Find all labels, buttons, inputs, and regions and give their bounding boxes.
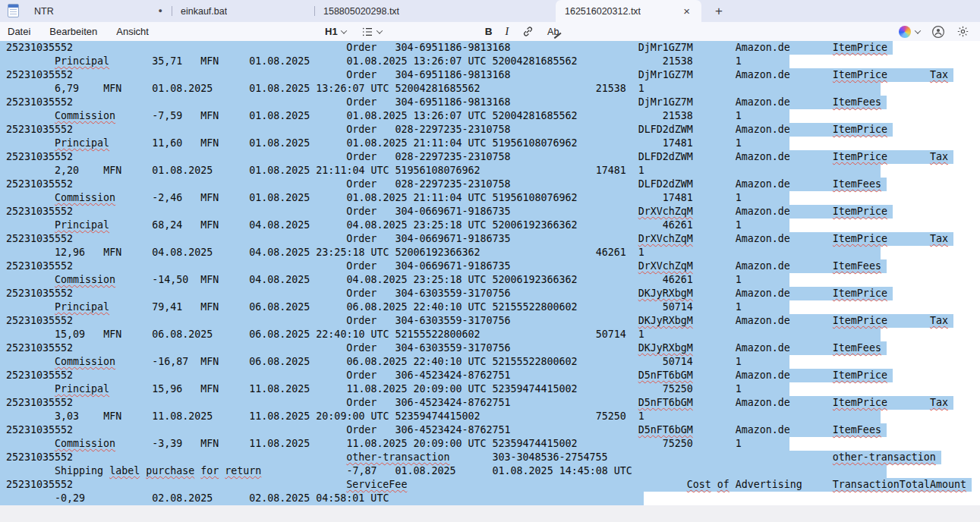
editor-field: 25231035552	[6, 451, 73, 463]
editor-field: 11.08.2025 20:09:00 UTC 52359474415002	[346, 383, 577, 395]
editor-field: ItemFees	[833, 260, 881, 272]
tab-ntr[interactable]: NTR ●	[25, 0, 172, 22]
editor-field: 15,09	[55, 329, 85, 340]
editor-field: MFN	[103, 410, 121, 422]
editor-field: 304-0669671-9186735	[395, 206, 510, 217]
editor-field: MFN	[103, 329, 121, 340]
editor-field: Principal	[55, 219, 109, 231]
heading-style-dropdown[interactable]: H1	[325, 26, 346, 37]
editor-area[interactable]: 25231035552 Order 304-6951186-9813168 Dj…	[0, 41, 980, 505]
tab-label: 158805020298.txt	[323, 6, 399, 17]
editor-field: 25231035552	[6, 178, 73, 190]
editor-line: 25231035552 Order 304-6303559-3170756 DK…	[0, 314, 980, 328]
editor-field: Amazon.de	[736, 178, 790, 190]
editor-field: MFN	[103, 165, 121, 176]
editor-field: return	[225, 465, 261, 476]
menu-datei[interactable]: Datei	[8, 26, 30, 37]
chevron-down-icon	[915, 27, 921, 33]
editor-field: Order	[346, 124, 377, 135]
editor-field: ServiceFee	[346, 479, 407, 490]
chevron-down-icon	[340, 27, 346, 33]
editor-field: -16,87	[152, 356, 188, 367]
editor-field: DLFD2dZWM	[638, 178, 693, 190]
editor-field: 17481	[663, 137, 693, 149]
editor-line: Principal 35,71 MFN 01.08.2025 01.08.202…	[0, 55, 980, 68]
editor-field: 304-6951186-9813168	[395, 42, 510, 53]
tab-162516020312-txt-active[interactable]: 162516020312.txt ×	[556, 0, 701, 22]
tab-158805020298-txt[interactable]: 158805020298.txt	[314, 0, 556, 22]
editor-field: 304-6951186-9813168	[395, 69, 510, 80]
editor-line: 25231035552 Order 028-2297235-2310758 DL…	[0, 150, 980, 164]
editor-field: 1	[736, 192, 742, 203]
menu-toolbar: Datei Bearbeiten Ansicht H1 B I	[0, 22, 980, 41]
menu-bearbeiten[interactable]: Bearbeiten	[49, 26, 97, 37]
editor-field: MFN	[200, 438, 219, 449]
editor-field: 01.08.2025 21:11:04 UTC 51956108076962	[249, 165, 480, 176]
editor-field: 15,96	[152, 383, 182, 395]
editor-line: 25231035552 Order 028-2297235-2310758 DL…	[0, 178, 980, 191]
editor-field: Amazon.de	[736, 69, 790, 80]
list-dropdown[interactable]	[361, 26, 382, 38]
editor-line: 25231035552 Order 304-6951186-9813168 Dj…	[0, 68, 980, 82]
editor-field: 1	[736, 356, 742, 367]
editor-line: 25231035552 Order 304-6951186-9813168 Dj…	[0, 96, 980, 109]
editor-field: 1	[638, 83, 644, 94]
editor-field: 25231035552	[6, 206, 73, 217]
editor-field: Order	[346, 42, 377, 53]
editor-field: 01.08.2025	[152, 83, 213, 94]
editor-line: 25231035552 other-transaction 303-304853…	[0, 451, 980, 464]
editor-field: 25231035552	[6, 369, 73, 381]
editor-field: 1	[736, 383, 742, 395]
editor-field: 25231035552	[6, 96, 73, 108]
clear-formatting-button[interactable]: Ab	[547, 27, 559, 37]
editor-field: -14,50	[152, 274, 188, 285]
editor-field: MFN	[103, 247, 121, 258]
tab-einkauf-bat[interactable]: einkauf.bat	[172, 0, 314, 22]
editor-field: MFN	[200, 274, 219, 285]
link-button[interactable]	[522, 25, 534, 38]
editor-field: D5nFT6bGM	[638, 397, 693, 408]
editor-field: -0,29	[55, 492, 85, 504]
editor-field: 11.08.2025 20:09:00 UTC 52359474415002	[346, 438, 577, 449]
close-tab-icon[interactable]: ×	[681, 5, 692, 17]
settings-button[interactable]	[956, 25, 969, 38]
editor-field: Order	[346, 69, 377, 80]
editor-field: Principal	[55, 383, 109, 395]
editor-field: 1	[736, 137, 742, 149]
editor-field: Tax	[930, 151, 948, 162]
new-tab-button[interactable]: +	[709, 2, 729, 21]
bold-button[interactable]: B	[485, 26, 493, 37]
editor-field: DrXVchZqM	[638, 233, 693, 244]
editor-field: Amazon.de	[736, 288, 790, 299]
editor-field: DKJyRXbgM	[638, 342, 693, 354]
editor-field: 1	[638, 247, 644, 258]
editor-field: 25231035552	[6, 42, 73, 53]
menu-ansicht[interactable]: Ansicht	[116, 26, 149, 37]
editor-line: 3,03 MFN 11.08.2025 11.08.2025 20:09:00 …	[0, 410, 980, 423]
copilot-dropdown[interactable]	[899, 26, 920, 38]
editor-field: DrXVchZqM	[638, 206, 693, 217]
editor-field: 25231035552	[6, 288, 73, 299]
editor-field: 01.08.2025	[249, 110, 310, 121]
editor-field: 25231035552	[6, 260, 73, 272]
italic-button[interactable]: I	[505, 26, 509, 38]
editor-field: Commission	[55, 274, 115, 285]
editor-field: ItemPrice	[833, 233, 887, 244]
editor-line: -0,29 02.08.2025 02.08.2025 04:58:01 UTC	[0, 492, 980, 505]
editor-field: Amazon.de	[736, 233, 790, 244]
editor-line: 12,96 MFN 04.08.2025 04.08.2025 23:25:18…	[0, 246, 980, 259]
editor-field: 21538	[596, 83, 626, 94]
editor-field: 01.08.2025 14:45:08 UTC	[493, 465, 632, 476]
editor-line: Commission -3,39 MFN 11.08.2025 11.08.20…	[0, 437, 980, 451]
editor-field: D5nFT6bGM	[638, 424, 693, 436]
editor-lines: 25231035552 Order 304-6951186-9813168 Dj…	[0, 41, 980, 505]
editor-field: 68,24	[152, 219, 182, 231]
account-button[interactable]	[931, 25, 945, 39]
editor-field: DLFD2dZWM	[638, 151, 693, 162]
editor-field: 25231035552	[6, 151, 73, 162]
editor-field: 1	[736, 274, 742, 285]
editor-field: 50714	[663, 301, 693, 313]
editor-field: 46261	[663, 274, 693, 285]
editor-field: 04.08.2025 23:25:18 UTC 52006192366362	[249, 247, 480, 258]
editor-field: MFN	[200, 192, 219, 203]
